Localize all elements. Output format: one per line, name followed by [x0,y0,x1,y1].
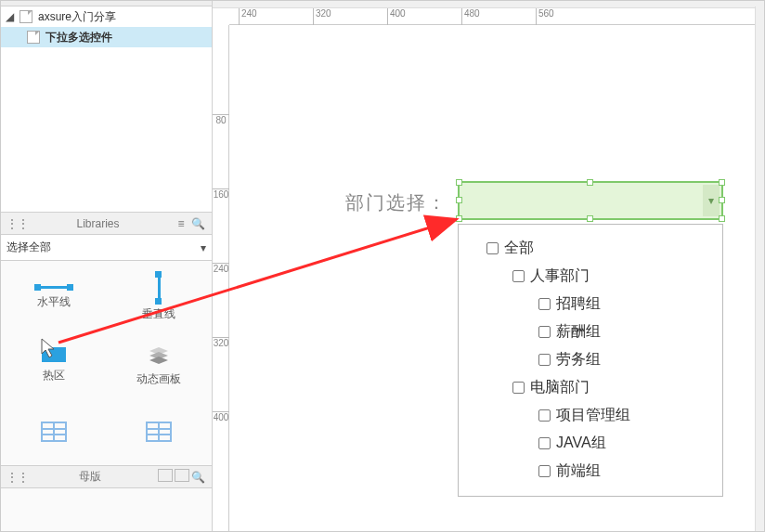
left-sidebar: ◢ axsure入门分享 下拉多选控件 ⋮⋮ Libraries ≡ 🔍 选择全… [1,1,213,532]
checkbox-icon[interactable] [538,326,551,338]
checkbox-icon[interactable] [538,354,551,366]
checkbox-icon[interactable] [512,382,525,394]
canvas-page[interactable]: 部门选择： ▾ 全部 人事部门 招聘组 薪酬组 劳务组 电脑部门 项目管理组 [229,25,764,531]
widget-table1[interactable] [1,398,107,465]
dept-label: 部门选择： [345,190,447,215]
outline-selected[interactable]: 下拉多选控件 [1,27,212,47]
tree-node[interactable]: 项目管理组 [459,401,722,429]
checkbox-icon[interactable] [538,465,551,477]
document-tabs[interactable] [213,1,764,8]
masters-panel: ⋮⋮ 母版 🔍 [1,466,212,488]
add-folder-icon[interactable] [173,469,189,485]
outline-selected-label: 下拉多选控件 [45,30,112,45]
checkbox-icon[interactable] [512,270,525,282]
chevron-down-icon: ▾ [201,241,206,254]
search-icon[interactable]: 🔍 [189,217,206,230]
libraries-title-bar: ⋮⋮ Libraries ≡ 🔍 [1,213,212,235]
drag-handle-icon[interactable]: ⋮⋮ [6,217,23,230]
outline-root-label: axsure入门分享 [38,9,116,25]
masters-title-bar: ⋮⋮ 母版 🔍 [1,466,212,488]
outline-panel: ◢ axsure入门分享 下拉多选控件 [1,1,212,213]
svg-marker-2 [149,357,168,364]
add-page-icon[interactable] [156,469,173,485]
menu-icon[interactable]: ≡ [173,217,189,230]
library-select-text: 选择全部 [6,240,201,255]
horizontal-ruler: 240 320 400 480 560 [229,8,764,25]
libraries-panel: ⋮⋮ Libraries ≡ 🔍 选择全部 ▾ 水平线 垂直线 [1,213,212,466]
tree-node[interactable]: 薪酬组 [459,318,722,345]
widget-dynamic-panel[interactable]: 动态画板 [107,331,213,398]
hotzone-icon [42,347,66,362]
tree-node[interactable]: 人事部门 [459,262,722,290]
vline-icon [158,275,161,301]
app-root: ◢ axsure入门分享 下拉多选控件 ⋮⋮ Libraries ≡ 🔍 选择全… [0,0,765,532]
widget-hline[interactable]: 水平线 [1,265,107,331]
tree-node[interactable]: 招聘组 [459,290,722,318]
tree-node[interactable]: 电脑部门 [459,373,722,401]
expand-caret-icon[interactable]: ◢ [5,10,14,23]
page-icon [19,10,32,23]
dropdown-widget-selected[interactable]: ▾ [458,181,723,220]
dynamic-panel-icon [146,344,172,366]
masters-title: 母版 [23,469,156,485]
search-icon[interactable]: 🔍 [189,471,206,484]
widget-grid: 水平线 垂直线 热区 动态画板 [1,261,212,465]
table-icon [41,422,67,442]
outline-root[interactable]: ◢ axsure入门分享 [1,6,212,27]
widget-vline[interactable]: 垂直线 [107,265,213,331]
dropdown-arrow-icon[interactable]: ▾ [703,185,720,216]
hline-icon [38,286,70,289]
checkbox-icon[interactable] [538,437,551,449]
checkbox-icon[interactable] [538,409,551,422]
tree-node[interactable]: 劳务组 [459,345,722,373]
tree-node[interactable]: JAVA组 [459,429,722,457]
libraries-title: Libraries [23,217,173,230]
checkbox-icon[interactable] [538,298,551,310]
checkbox-icon[interactable] [486,242,499,254]
drag-handle-icon[interactable]: ⋮⋮ [6,471,23,484]
widget-hotzone[interactable]: 热区 [1,331,107,398]
tree-node[interactable]: 前端组 [459,457,722,485]
tree-node[interactable]: 全部 [459,234,722,262]
vertical-ruler: 80 160 240 320 400 [213,25,229,531]
canvas-area: 240 320 400 480 560 80 160 240 320 400 部… [213,1,764,531]
dropdown-list: 全部 人事部门 招聘组 薪酬组 劳务组 电脑部门 项目管理组 JAVA组 前端组 [458,224,723,497]
library-select[interactable]: 选择全部 ▾ [1,235,212,261]
table-icon [146,422,172,442]
vertical-scrollbar[interactable] [755,6,764,531]
widget-table2[interactable] [107,398,213,465]
page-icon [27,31,40,44]
